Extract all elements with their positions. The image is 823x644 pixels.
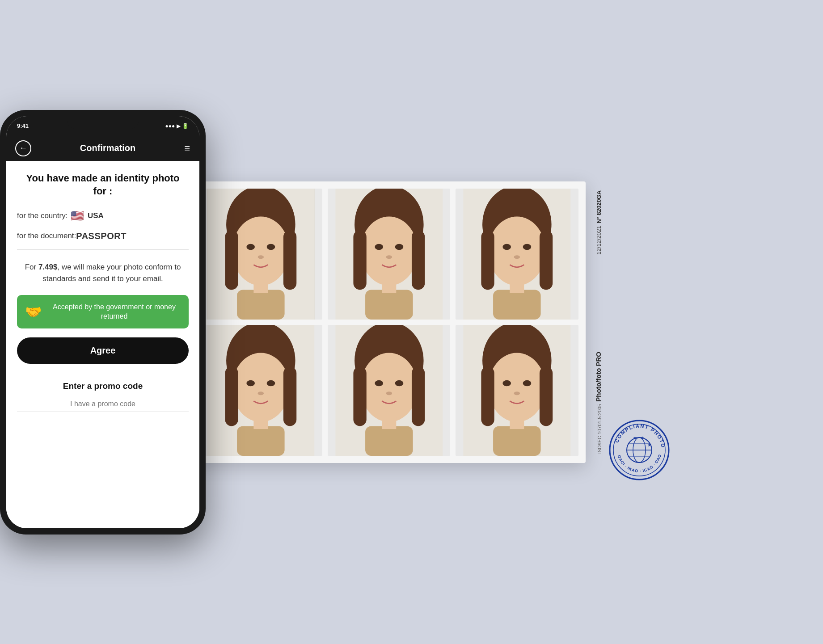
svg-rect-55 <box>540 366 553 426</box>
country-name: USA <box>88 211 104 220</box>
svg-point-37 <box>267 380 275 386</box>
divider-1 <box>17 249 189 250</box>
svg-rect-10 <box>253 281 268 293</box>
signal-icons: ●●● ▶ 🔋 <box>165 123 189 129</box>
svg-point-18 <box>386 255 392 259</box>
svg-point-6 <box>246 244 255 249</box>
photo-cell-3 <box>456 189 578 320</box>
svg-text:★: ★ <box>640 435 644 440</box>
nav-bar: ← Confirmation ≡ <box>6 136 199 161</box>
document-row: for the document: PASSPORT <box>17 227 189 246</box>
svg-rect-15 <box>412 230 425 290</box>
svg-point-33 <box>232 353 289 421</box>
agree-button[interactable]: Agree <box>17 337 189 364</box>
country-value: 🇺🇸 USA <box>71 210 104 222</box>
photo-cell-1 <box>199 189 322 320</box>
svg-point-13 <box>360 216 418 285</box>
handshake-icon: 🤝 <box>25 304 42 320</box>
svg-rect-59 <box>493 426 541 456</box>
svg-point-58 <box>514 391 520 395</box>
svg-rect-50 <box>382 417 396 429</box>
photo-cell-4 <box>199 325 322 456</box>
svg-rect-40 <box>253 417 268 429</box>
svg-point-7 <box>267 244 275 249</box>
svg-point-27 <box>523 244 532 249</box>
svg-rect-44 <box>353 366 366 426</box>
svg-point-56 <box>503 380 511 386</box>
compliant-stamp: COMPLIANT PHOTOS OACI · IKAO · ICAO · CA… <box>608 419 671 483</box>
menu-icon[interactable]: ≡ <box>184 143 190 153</box>
svg-point-36 <box>246 380 255 386</box>
svg-rect-45 <box>412 366 425 426</box>
sheet-brand: Photo/foto PRO <box>595 352 602 402</box>
photo-cell-2 <box>328 189 451 320</box>
svg-rect-60 <box>510 417 524 429</box>
guarantee-banner: 🤝 Accepted by the government or money re… <box>17 295 189 328</box>
svg-point-38 <box>258 391 264 395</box>
promo-divider <box>17 373 189 373</box>
sheet-date: 12/12/2021 <box>595 226 602 255</box>
photo-cell-6 <box>456 325 578 456</box>
svg-point-16 <box>375 244 383 249</box>
time-display: 9:41 <box>17 122 29 129</box>
svg-point-3 <box>232 216 289 285</box>
svg-point-8 <box>258 255 264 259</box>
svg-point-57 <box>523 380 532 386</box>
svg-point-43 <box>360 353 418 421</box>
promo-label: Enter a promo code <box>17 381 189 391</box>
price-text: For 7.49$, we will make your photo confo… <box>17 253 189 291</box>
svg-point-28 <box>514 255 520 259</box>
headline: You have made an identity photo for : <box>17 161 189 205</box>
document-value: PASSPORT <box>76 231 127 241</box>
svg-rect-34 <box>225 366 238 426</box>
svg-point-23 <box>489 216 546 285</box>
svg-rect-4 <box>225 230 238 290</box>
country-flag: 🇺🇸 <box>71 210 84 222</box>
svg-rect-29 <box>493 290 541 320</box>
photo-cell-5 <box>328 325 451 456</box>
guarantee-text: Accepted by the government or money retu… <box>48 302 181 321</box>
svg-rect-24 <box>481 230 494 290</box>
price-value: 7.49$ <box>38 263 58 271</box>
svg-rect-20 <box>382 281 396 293</box>
price-text-after: , we will make your photo conform to sta… <box>42 263 181 283</box>
svg-rect-35 <box>283 366 296 426</box>
promo-input[interactable] <box>17 396 189 412</box>
document-label: for the document: <box>17 232 76 240</box>
back-button[interactable]: ← <box>15 140 31 156</box>
svg-rect-9 <box>237 290 285 320</box>
svg-point-26 <box>503 244 511 249</box>
svg-rect-14 <box>353 230 366 290</box>
svg-rect-39 <box>237 426 285 456</box>
phone-screen: 9:41 ●●● ▶ 🔋 ← Confirmation ≡ You have m… <box>6 116 199 528</box>
country-row: for the country: 🇺🇸 USA <box>17 205 189 227</box>
svg-point-48 <box>386 391 392 395</box>
phone-shell: 9:41 ●●● ▶ 🔋 ← Confirmation ≡ You have m… <box>0 110 206 535</box>
nav-title: Confirmation <box>80 143 135 153</box>
svg-point-53 <box>489 353 546 421</box>
svg-rect-49 <box>365 426 413 456</box>
sheet-iso: ISO/IEC 10701-5:2005 <box>597 404 602 454</box>
phone-notch <box>67 116 139 129</box>
back-icon: ← <box>19 143 27 153</box>
svg-text:★: ★ <box>647 442 651 447</box>
svg-rect-5 <box>283 230 296 290</box>
svg-rect-19 <box>365 290 413 320</box>
svg-text:★: ★ <box>633 435 637 440</box>
svg-rect-30 <box>510 281 524 293</box>
svg-point-46 <box>375 380 383 386</box>
price-text-before: For <box>25 263 38 271</box>
svg-rect-25 <box>540 230 553 290</box>
country-label: for the country: <box>17 211 71 220</box>
sheet-number: N° 82020GA <box>595 190 602 223</box>
svg-point-47 <box>395 380 403 386</box>
screen-content: You have made an identity photo for : fo… <box>6 161 199 528</box>
svg-point-17 <box>395 244 403 249</box>
svg-text:COMPLIANT PHOTOS: COMPLIANT PHOTOS <box>608 419 666 449</box>
svg-rect-54 <box>481 366 494 426</box>
photo-sheet <box>192 181 586 463</box>
